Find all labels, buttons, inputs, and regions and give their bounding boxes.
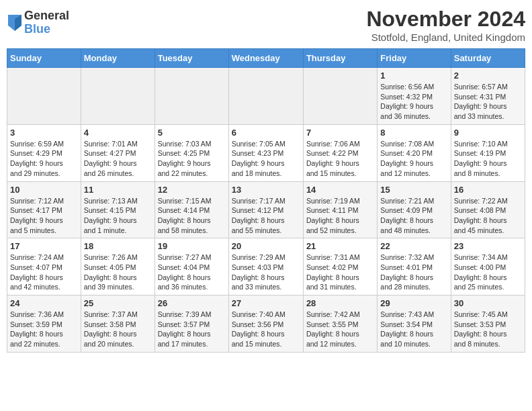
day-cell <box>7 68 81 125</box>
day-info: Sunrise: 6:56 AM Sunset: 4:32 PM Dayligh… <box>380 82 447 122</box>
day-info: Sunrise: 7:34 AM Sunset: 4:00 PM Dayligh… <box>454 253 522 292</box>
day-number: 3 <box>10 128 78 138</box>
day-cell <box>154 68 228 125</box>
day-number: 11 <box>84 185 152 195</box>
day-number: 7 <box>306 128 374 138</box>
calendar: SundayMondayTuesdayWednesdayThursdayFrid… <box>7 48 525 353</box>
day-number: 27 <box>232 298 300 308</box>
day-number: 24 <box>10 298 78 308</box>
day-cell: 8Sunrise: 7:08 AM Sunset: 4:20 PM Daylig… <box>378 124 451 181</box>
day-cell: 16Sunrise: 7:22 AM Sunset: 4:08 PM Dayli… <box>451 181 525 238</box>
day-number: 30 <box>454 298 522 308</box>
col-header-saturday: Saturday <box>451 49 525 68</box>
day-info: Sunrise: 7:27 AM Sunset: 4:04 PM Dayligh… <box>158 253 226 292</box>
day-cell: 7Sunrise: 7:06 AM Sunset: 4:22 PM Daylig… <box>303 124 377 181</box>
day-cell: 9Sunrise: 7:10 AM Sunset: 4:19 PM Daylig… <box>451 124 525 181</box>
day-cell: 2Sunrise: 6:57 AM Sunset: 4:31 PM Daylig… <box>451 68 525 125</box>
day-number: 13 <box>232 185 300 195</box>
day-cell: 23Sunrise: 7:34 AM Sunset: 4:00 PM Dayli… <box>451 238 525 295</box>
day-cell: 11Sunrise: 7:13 AM Sunset: 4:15 PM Dayli… <box>81 181 154 238</box>
day-number: 15 <box>380 185 447 195</box>
day-number: 1 <box>380 71 447 81</box>
week-row-2: 10Sunrise: 7:12 AM Sunset: 4:17 PM Dayli… <box>7 181 525 238</box>
day-info: Sunrise: 7:01 AM Sunset: 4:27 PM Dayligh… <box>84 139 152 179</box>
day-number: 14 <box>306 185 374 195</box>
day-info: Sunrise: 7:08 AM Sunset: 4:20 PM Dayligh… <box>380 139 447 179</box>
day-number: 9 <box>454 128 522 138</box>
day-number: 20 <box>232 241 300 251</box>
logo-blue-text: Blue <box>24 23 69 36</box>
day-number: 10 <box>10 185 78 195</box>
day-number: 6 <box>232 128 300 138</box>
day-number: 25 <box>84 298 152 308</box>
logo: General Blue <box>7 9 69 36</box>
day-info: Sunrise: 7:17 AM Sunset: 4:12 PM Dayligh… <box>232 196 300 236</box>
day-cell: 14Sunrise: 7:19 AM Sunset: 4:11 PM Dayli… <box>303 181 377 238</box>
day-cell: 21Sunrise: 7:31 AM Sunset: 4:02 PM Dayli… <box>303 238 377 295</box>
col-header-thursday: Thursday <box>303 49 377 68</box>
day-info: Sunrise: 7:29 AM Sunset: 4:03 PM Dayligh… <box>232 253 300 292</box>
month-title: November 2024 <box>366 7 525 32</box>
day-cell: 5Sunrise: 7:03 AM Sunset: 4:25 PM Daylig… <box>154 124 228 181</box>
day-info: Sunrise: 7:45 AM Sunset: 3:53 PM Dayligh… <box>454 310 522 349</box>
col-header-monday: Monday <box>81 49 154 68</box>
col-header-sunday: Sunday <box>7 49 81 68</box>
day-number: 2 <box>454 71 522 81</box>
header: General Blue November 2024 Stotfold, Eng… <box>7 7 525 43</box>
day-number: 4 <box>84 128 152 138</box>
day-info: Sunrise: 6:57 AM Sunset: 4:31 PM Dayligh… <box>454 82 522 122</box>
day-cell: 1Sunrise: 6:56 AM Sunset: 4:32 PM Daylig… <box>378 68 451 125</box>
day-number: 23 <box>454 241 522 251</box>
day-info: Sunrise: 7:12 AM Sunset: 4:17 PM Dayligh… <box>10 196 78 236</box>
day-number: 12 <box>158 185 226 195</box>
day-info: Sunrise: 7:05 AM Sunset: 4:23 PM Dayligh… <box>232 139 300 179</box>
day-cell <box>303 68 377 125</box>
day-info: Sunrise: 7:22 AM Sunset: 4:08 PM Dayligh… <box>454 196 522 236</box>
day-cell: 26Sunrise: 7:39 AM Sunset: 3:57 PM Dayli… <box>154 295 228 353</box>
day-info: Sunrise: 7:32 AM Sunset: 4:01 PM Dayligh… <box>380 253 447 292</box>
day-number: 8 <box>380 128 447 138</box>
day-number: 16 <box>454 185 522 195</box>
day-number: 28 <box>306 298 374 308</box>
week-row-4: 24Sunrise: 7:36 AM Sunset: 3:59 PM Dayli… <box>7 295 525 353</box>
day-info: Sunrise: 7:10 AM Sunset: 4:19 PM Dayligh… <box>454 139 522 179</box>
logo-general-text: General <box>24 9 69 23</box>
day-info: Sunrise: 7:39 AM Sunset: 3:57 PM Dayligh… <box>158 310 226 349</box>
day-info: Sunrise: 7:06 AM Sunset: 4:22 PM Dayligh… <box>306 139 374 179</box>
week-row-3: 17Sunrise: 7:24 AM Sunset: 4:07 PM Dayli… <box>7 238 525 295</box>
day-cell: 28Sunrise: 7:42 AM Sunset: 3:55 PM Dayli… <box>303 295 377 353</box>
logo-icon <box>8 15 21 31</box>
day-info: Sunrise: 6:59 AM Sunset: 4:29 PM Dayligh… <box>10 139 78 179</box>
day-number: 26 <box>158 298 226 308</box>
day-cell: 10Sunrise: 7:12 AM Sunset: 4:17 PM Dayli… <box>7 181 81 238</box>
day-cell: 30Sunrise: 7:45 AM Sunset: 3:53 PM Dayli… <box>451 295 525 353</box>
day-info: Sunrise: 7:37 AM Sunset: 3:58 PM Dayligh… <box>84 310 152 349</box>
week-row-1: 3Sunrise: 6:59 AM Sunset: 4:29 PM Daylig… <box>7 124 525 181</box>
day-cell: 12Sunrise: 7:15 AM Sunset: 4:14 PM Dayli… <box>154 181 228 238</box>
day-cell: 3Sunrise: 6:59 AM Sunset: 4:29 PM Daylig… <box>7 124 81 181</box>
day-cell: 24Sunrise: 7:36 AM Sunset: 3:59 PM Dayli… <box>7 295 81 353</box>
day-info: Sunrise: 7:24 AM Sunset: 4:07 PM Dayligh… <box>10 253 78 292</box>
day-info: Sunrise: 7:31 AM Sunset: 4:02 PM Dayligh… <box>306 253 374 292</box>
day-cell: 4Sunrise: 7:01 AM Sunset: 4:27 PM Daylig… <box>81 124 154 181</box>
day-info: Sunrise: 7:36 AM Sunset: 3:59 PM Dayligh… <box>10 310 78 349</box>
day-number: 21 <box>306 241 374 251</box>
day-cell <box>81 68 154 125</box>
day-number: 5 <box>158 128 226 138</box>
day-info: Sunrise: 7:03 AM Sunset: 4:25 PM Dayligh… <box>158 139 226 179</box>
day-info: Sunrise: 7:40 AM Sunset: 3:56 PM Dayligh… <box>232 310 300 349</box>
week-row-0: 1Sunrise: 6:56 AM Sunset: 4:32 PM Daylig… <box>7 68 525 125</box>
day-cell: 27Sunrise: 7:40 AM Sunset: 3:56 PM Dayli… <box>228 295 303 353</box>
col-header-wednesday: Wednesday <box>228 49 303 68</box>
location: Stotfold, England, United Kingdom <box>366 32 525 43</box>
day-cell: 19Sunrise: 7:27 AM Sunset: 4:04 PM Dayli… <box>154 238 228 295</box>
col-header-friday: Friday <box>378 49 451 68</box>
day-cell: 25Sunrise: 7:37 AM Sunset: 3:58 PM Dayli… <box>81 295 154 353</box>
day-cell: 29Sunrise: 7:43 AM Sunset: 3:54 PM Dayli… <box>378 295 451 353</box>
calendar-header-row: SundayMondayTuesdayWednesdayThursdayFrid… <box>7 49 525 68</box>
day-info: Sunrise: 7:42 AM Sunset: 3:55 PM Dayligh… <box>306 310 374 349</box>
day-info: Sunrise: 7:19 AM Sunset: 4:11 PM Dayligh… <box>306 196 374 236</box>
day-info: Sunrise: 7:13 AM Sunset: 4:15 PM Dayligh… <box>84 196 152 236</box>
day-number: 19 <box>158 241 226 251</box>
day-cell: 17Sunrise: 7:24 AM Sunset: 4:07 PM Dayli… <box>7 238 81 295</box>
